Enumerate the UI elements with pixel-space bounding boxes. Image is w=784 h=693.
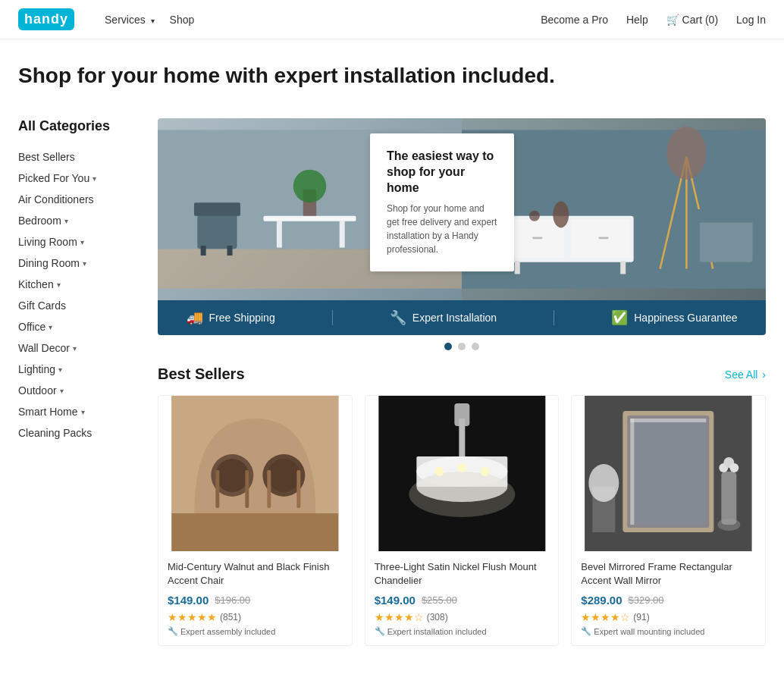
chevron-down-icon: ▾ <box>49 323 52 331</box>
product-info: Bevel Mirrored Frame Rectangular Accent … <box>572 551 765 645</box>
svg-rect-18 <box>598 237 608 240</box>
review-count: (851) <box>220 612 241 622</box>
stars-icon: ★★★★☆ <box>375 611 424 623</box>
svg-rect-25 <box>700 216 753 262</box>
best-sellers-section: Best Sellers See All › <box>158 365 766 646</box>
stars-icon: ★★★★☆ <box>581 611 630 623</box>
carousel-dots <box>158 343 766 350</box>
sidebar-item-living-room[interactable]: Living Room ▾ <box>18 231 140 252</box>
free-shipping-item: 🚚 Free Shipping <box>187 309 275 326</box>
price-original: $329.00 <box>629 594 664 606</box>
carousel-dot-1[interactable] <box>444 343 452 350</box>
product-image-1 <box>158 396 352 551</box>
svg-rect-45 <box>459 419 465 456</box>
hero-banner: The easiest way to shop for your home Sh… <box>158 118 766 335</box>
product-grid: Mid-Century Walnut and Black Finish Acce… <box>158 395 766 646</box>
content-area: The easiest way to shop for your home Sh… <box>158 118 766 646</box>
sidebar-item-cleaning-packs[interactable]: Cleaning Packs <box>18 422 140 444</box>
svg-rect-26 <box>696 209 755 222</box>
header-right: Become a Pro Help 🛒 Cart (0) Log In <box>541 14 766 26</box>
logo[interactable]: handy <box>18 8 74 30</box>
sidebar-item-outdoor[interactable]: Outdoor ▾ <box>18 380 140 401</box>
svg-rect-7 <box>277 221 282 248</box>
header: handy Services ▾ Shop Become a Pro Help … <box>0 0 784 39</box>
nav: Services ▾ Shop <box>105 14 194 26</box>
sidebar-item-picked-for-you[interactable]: Picked For You ▾ <box>18 168 140 189</box>
chevron-down-icon: ▾ <box>81 408 85 416</box>
wrench-badge-icon: 🔧 <box>581 626 591 636</box>
sidebar-item-gift-cards[interactable]: Gift Cards <box>18 295 140 316</box>
carousel-dot-3[interactable] <box>472 343 479 350</box>
chevron-down-icon: ▾ <box>83 259 86 268</box>
svg-point-63 <box>730 463 739 472</box>
expert-installation-item: 🔧 Expert Installation <box>390 309 497 326</box>
login-link[interactable]: Log In <box>736 14 766 26</box>
page-title: Shop for your home with expert installat… <box>18 64 766 88</box>
become-pro-link[interactable]: Become a Pro <box>541 14 608 26</box>
wrench-badge-icon: 🔧 <box>375 626 385 636</box>
sidebar-item-smart-home[interactable]: Smart Home ▾ <box>18 401 140 422</box>
product-card[interactable]: Mid-Century Walnut and Black Finish Acce… <box>158 395 353 646</box>
svg-rect-30 <box>171 513 338 551</box>
sidebar-item-dining-room[interactable]: Dining Room ▾ <box>18 252 140 274</box>
svg-point-49 <box>409 472 515 517</box>
nav-shop[interactable]: Shop <box>170 14 195 26</box>
product-badge: 🔧 Expert assembly included <box>168 626 343 636</box>
product-card[interactable]: Bevel Mirrored Frame Rectangular Accent … <box>571 395 766 646</box>
sidebar-item-lighting[interactable]: Lighting ▾ <box>18 359 140 380</box>
wrench-icon: 🔧 <box>390 309 406 326</box>
help-link[interactable]: Help <box>626 14 648 26</box>
banner-bar: 🚚 Free Shipping 🔧 Expert Installation ✅ … <box>158 300 766 335</box>
svg-point-27 <box>553 202 569 228</box>
hero-section: Shop for your home with expert installat… <box>0 39 784 118</box>
svg-rect-19 <box>515 261 520 274</box>
see-all-link[interactable]: See All › <box>725 368 766 381</box>
svg-rect-4 <box>201 246 206 256</box>
svg-point-24 <box>666 127 706 180</box>
svg-rect-3 <box>194 202 240 215</box>
product-card[interactable]: Three-Light Satin Nickel Flush Mount Cha… <box>365 395 560 646</box>
sidebar-item-bedroom[interactable]: Bedroom ▾ <box>18 210 140 231</box>
product-badge: 🔧 Expert installation included <box>375 626 550 636</box>
product-name: Three-Light Satin Nickel Flush Mount Cha… <box>375 560 550 588</box>
review-count: (308) <box>427 612 448 622</box>
sidebar-item-wall-decor[interactable]: Wall Decor ▾ <box>18 337 140 359</box>
product-rating: ★★★★★ (851) <box>168 611 343 623</box>
nav-services[interactable]: Services ▾ <box>105 14 155 26</box>
chevron-down-icon: ▾ <box>58 365 62 374</box>
circle-check-icon: ✅ <box>611 309 628 326</box>
cart-link[interactable]: 🛒 Cart (0) <box>666 14 718 26</box>
main-layout: All Categories Best Sellers Picked For Y… <box>0 118 784 664</box>
sidebar: All Categories Best Sellers Picked For Y… <box>18 118 140 646</box>
product-rating: ★★★★☆ (91) <box>581 611 756 623</box>
svg-rect-8 <box>340 221 345 248</box>
product-prices: $149.00 $196.00 <box>168 594 343 607</box>
chevron-down-icon: ▾ <box>93 174 96 183</box>
svg-rect-5 <box>227 246 233 256</box>
product-badge: 🔧 Expert wall mounting included <box>581 626 756 636</box>
sidebar-item-best-sellers[interactable]: Best Sellers <box>18 146 140 168</box>
wrench-badge-icon: 🔧 <box>168 626 178 636</box>
divider-2 <box>554 310 554 325</box>
price-current: $289.00 <box>581 594 622 607</box>
product-info: Mid-Century Walnut and Black Finish Acce… <box>158 551 352 645</box>
divider-1 <box>332 310 333 325</box>
chevron-down-icon: ▾ <box>73 344 77 353</box>
product-image-3 <box>572 396 765 551</box>
price-current: $149.00 <box>375 594 416 607</box>
product-info: Three-Light Satin Nickel Flush Mount Cha… <box>365 551 559 645</box>
svg-point-28 <box>529 211 540 221</box>
sidebar-item-air-conditioners[interactable]: Air Conditioners <box>18 189 140 210</box>
sidebar-item-kitchen[interactable]: Kitchen ▾ <box>18 274 140 295</box>
chevron-right-icon: › <box>762 368 766 381</box>
carousel-dot-2[interactable] <box>458 343 466 350</box>
sidebar-item-office[interactable]: Office ▾ <box>18 316 140 337</box>
banner-text-box: The easiest way to shop for your home Sh… <box>370 133 514 271</box>
product-prices: $289.00 $329.00 <box>581 594 756 607</box>
product-name: Mid-Century Walnut and Black Finish Acce… <box>168 560 343 588</box>
product-image-2 <box>365 396 559 551</box>
svg-rect-17 <box>532 237 542 240</box>
section-title: Best Sellers <box>158 365 245 383</box>
happiness-guarantee-item: ✅ Happiness Guarantee <box>611 309 737 326</box>
svg-point-10 <box>293 170 327 203</box>
